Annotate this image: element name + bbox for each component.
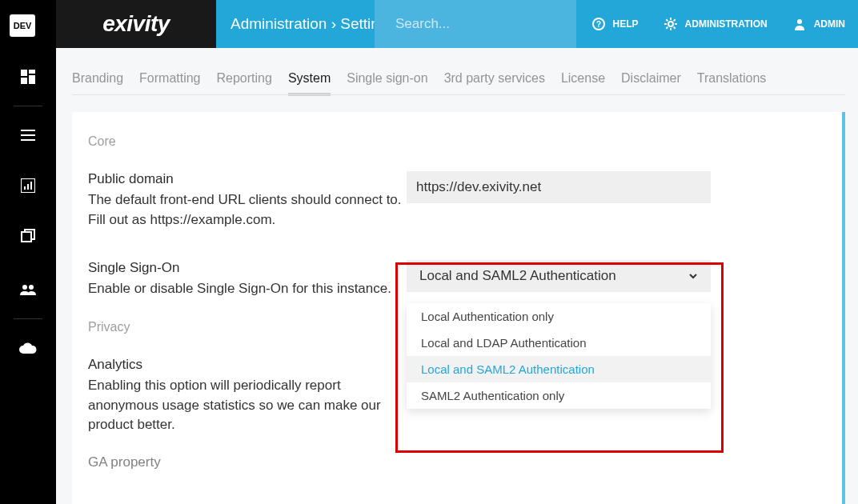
gear-icon	[664, 18, 677, 30]
sso-option-saml[interactable]: Local and SAML2 Authentication	[407, 356, 711, 382]
svg-rect-8	[24, 186, 26, 190]
sso-dropdown: Local Authentication only Local and LDAP…	[407, 303, 711, 409]
dev-badge: DEV	[10, 14, 35, 37]
help-link[interactable]: ? HELP	[579, 18, 652, 30]
tab-system[interactable]: System	[288, 71, 331, 96]
sso-selected-value: Local and SAML2 Authentication	[419, 268, 616, 284]
svg-rect-10	[30, 182, 32, 190]
analytics-label: Analytics	[88, 357, 407, 373]
section-core: Core	[88, 134, 842, 149]
user-icon	[793, 18, 806, 30]
svg-point-16	[668, 22, 673, 26]
svg-point-17	[797, 19, 802, 24]
administration-link[interactable]: ADMINISTRATION	[652, 18, 780, 30]
settings-panel: Core Public domain The default front-end…	[72, 112, 845, 504]
users-icon[interactable]	[0, 278, 56, 301]
sso-help: Enable or disable Single Sign-On for thi…	[88, 279, 407, 299]
field-ga: GA property	[88, 454, 842, 474]
tab-branding[interactable]: Branding	[72, 71, 123, 96]
search-input[interactable]	[375, 16, 576, 32]
svg-point-12	[22, 285, 27, 290]
public-domain-label: Public domain	[88, 171, 407, 187]
sidebar-divider	[14, 106, 42, 106]
tab-formatting[interactable]: Formatting	[139, 71, 200, 96]
dashboard-icon[interactable]	[0, 66, 56, 88]
breadcrumb-root[interactable]: Administration	[231, 15, 327, 32]
tabs-underline	[72, 94, 845, 95]
public-domain-help: The default front-end URL clients should…	[88, 190, 407, 230]
library-icon[interactable]	[0, 225, 56, 247]
field-public-domain: Public domain The default front-end URL …	[88, 171, 842, 230]
svg-rect-1	[29, 70, 35, 74]
public-domain-input[interactable]	[407, 171, 711, 203]
sso-select[interactable]: Local and SAML2 Authentication	[407, 260, 711, 292]
help-icon: ?	[592, 18, 605, 30]
analytics-help: Enabling this option will periodically r…	[88, 376, 407, 435]
sso-label: Single Sign-On	[88, 260, 407, 276]
svg-rect-3	[21, 78, 27, 84]
tab-disclaimer[interactable]: Disclaimer	[621, 71, 681, 96]
svg-rect-9	[27, 184, 29, 190]
cloud-icon[interactable]	[0, 337, 56, 359]
menu-icon[interactable]	[0, 124, 56, 146]
svg-point-13	[29, 285, 34, 290]
logo[interactable]: exivity	[56, 0, 216, 48]
tab-reporting[interactable]: Reporting	[217, 71, 272, 96]
tab-translations[interactable]: Translations	[697, 71, 767, 96]
sidebar: DEV	[0, 0, 56, 504]
chart-icon[interactable]	[0, 174, 56, 197]
svg-text:?: ?	[595, 20, 600, 29]
svg-rect-11	[22, 232, 31, 242]
tab-third-party[interactable]: 3rd party services	[444, 71, 545, 96]
chevron-down-icon	[688, 271, 698, 281]
tab-license[interactable]: License	[561, 71, 605, 96]
tab-sso[interactable]: Single sign-on	[347, 71, 427, 96]
top-nav: ? HELP ADMINISTRATION ADMIN	[579, 0, 858, 48]
sso-option-ldap[interactable]: Local and LDAP Authentication	[407, 330, 711, 356]
user-link[interactable]: ADMIN	[780, 18, 858, 30]
search-box[interactable]	[375, 0, 576, 48]
svg-rect-0	[21, 70, 27, 76]
svg-rect-2	[29, 75, 35, 84]
breadcrumb: Administration › Settings	[231, 15, 395, 33]
sidebar-divider	[14, 318, 42, 319]
sso-option-local[interactable]: Local Authentication only	[407, 303, 711, 330]
sso-option-saml-only[interactable]: SAML2 Authentication only	[407, 382, 711, 409]
tabs: Branding Formatting Reporting System Sin…	[72, 71, 766, 96]
ga-label: GA property	[88, 454, 407, 470]
field-sso: Single Sign-On Enable or disable Single …	[88, 260, 842, 299]
